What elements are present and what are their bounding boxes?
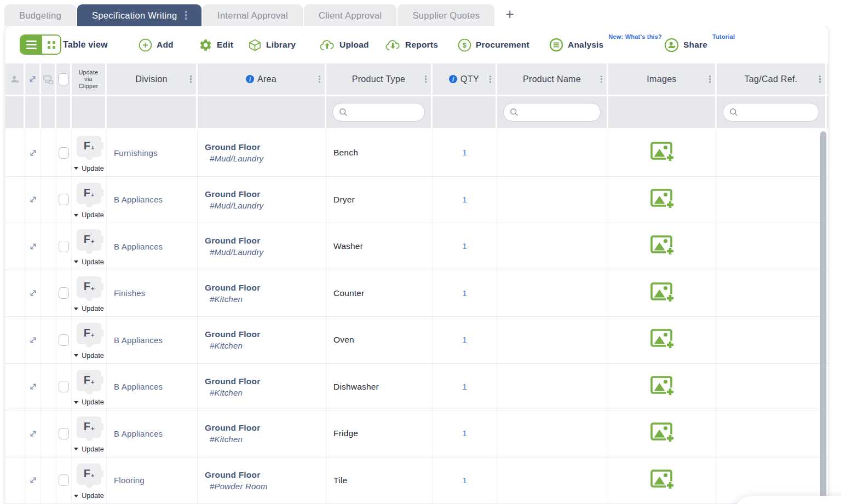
area-cell[interactable]: Ground Floor#Kitchen: [198, 410, 326, 457]
tag-cad-ref-cell[interactable]: [717, 410, 827, 457]
product-name-cell[interactable]: [497, 457, 608, 504]
expand-icon[interactable]: [28, 195, 38, 204]
update-dropdown[interactable]: Update: [74, 211, 103, 219]
update-dropdown[interactable]: Update: [74, 492, 103, 500]
row-checkbox[interactable]: [59, 241, 69, 252]
filter-product-name-input[interactable]: [503, 103, 601, 121]
update-dropdown[interactable]: Update: [74, 398, 103, 406]
tab-client-approval[interactable]: Client Approval: [304, 4, 396, 26]
area-cell[interactable]: Ground Floor#Kitchen: [198, 317, 326, 363]
division-cell[interactable]: B Appliances: [107, 364, 198, 410]
qty-cell[interactable]: 1: [433, 130, 497, 176]
new-tab-button[interactable]: +: [505, 7, 514, 22]
qty-cell[interactable]: 1: [433, 410, 497, 457]
tab-budgeting[interactable]: Budgeting: [4, 4, 76, 26]
expand-icon[interactable]: [28, 288, 38, 298]
share-badge-link[interactable]: Tutorial: [712, 33, 735, 40]
expand-icon[interactable]: [28, 335, 38, 345]
add-image-icon[interactable]: [650, 375, 675, 398]
product-type-cell[interactable]: Washer: [326, 223, 433, 270]
grid-view-icon[interactable]: [42, 36, 60, 54]
update-dropdown[interactable]: Update: [74, 165, 103, 172]
product-type-cell[interactable]: Dryer: [326, 177, 433, 223]
update-dropdown[interactable]: Update: [74, 258, 103, 266]
tag-cad-ref-cell[interactable]: [717, 223, 827, 270]
qty-cell[interactable]: 1: [433, 177, 497, 223]
division-cell[interactable]: B Appliances: [107, 177, 198, 223]
product-type-cell[interactable]: Counter: [326, 270, 433, 317]
info-icon[interactable]: i: [246, 75, 254, 83]
row-checkbox[interactable]: [59, 428, 69, 439]
analysis-badge-link[interactable]: New: What's this?: [608, 33, 662, 40]
column-menu-icon[interactable]: [601, 76, 602, 83]
chat-widget-button[interactable]: [734, 496, 841, 504]
select-all-checkbox[interactable]: [58, 73, 69, 85]
column-menu-icon[interactable]: [319, 76, 320, 83]
qty-cell[interactable]: 1: [433, 270, 497, 317]
tab-internal-approval[interactable]: Internal Approval: [203, 4, 303, 26]
add-button[interactable]: Add: [139, 26, 174, 63]
product-name-cell[interactable]: [497, 410, 608, 457]
division-cell[interactable]: Furnishings: [107, 130, 198, 176]
qty-cell[interactable]: 1: [433, 364, 497, 410]
column-menu-icon[interactable]: [819, 76, 821, 83]
area-cell[interactable]: Ground Floor#Kitchen: [198, 270, 326, 317]
add-image-icon[interactable]: [650, 141, 675, 164]
reports-button[interactable]: Reports: [385, 26, 438, 63]
tag-cad-ref-cell[interactable]: [717, 364, 827, 410]
column-menu-icon[interactable]: [190, 76, 192, 83]
product-type-cell[interactable]: Oven: [326, 317, 433, 363]
tag-cad-ref-cell[interactable]: [717, 317, 827, 363]
product-type-cell[interactable]: Tile: [326, 457, 433, 504]
row-checkbox[interactable]: [59, 381, 69, 392]
expand-icon[interactable]: [28, 382, 38, 391]
tab-specification-writing[interactable]: Specification Writing: [77, 4, 201, 26]
tab-supplier-quotes[interactable]: Supplier Quotes: [398, 4, 494, 26]
tag-cad-ref-cell[interactable]: [717, 177, 827, 223]
upload-button[interactable]: Upload: [319, 26, 369, 63]
expand-icon[interactable]: [28, 242, 38, 251]
vertical-scrollbar[interactable]: [820, 131, 826, 504]
area-cell[interactable]: Ground Floor#Mud/Laundry: [198, 130, 326, 176]
analysis-button[interactable]: AnalysisNew: What's this?: [549, 26, 603, 63]
area-cell[interactable]: Ground Floor#Powder Room: [198, 457, 326, 504]
library-button[interactable]: Library: [248, 26, 296, 63]
tag-cad-ref-cell[interactable]: [717, 270, 827, 317]
division-cell[interactable]: Flooring: [107, 457, 198, 504]
tab-menu-icon[interactable]: [185, 11, 187, 20]
expand-icon[interactable]: [28, 476, 38, 485]
row-checkbox[interactable]: [59, 194, 69, 205]
filter-tag-cad-ref-input[interactable]: [723, 103, 819, 121]
update-dropdown[interactable]: Update: [74, 352, 103, 360]
expand-icon[interactable]: [28, 148, 38, 158]
product-type-cell[interactable]: Bench: [326, 130, 433, 176]
info-icon[interactable]: i: [449, 75, 457, 83]
edit-button[interactable]: Edit: [199, 26, 233, 63]
add-image-icon[interactable]: [650, 188, 675, 211]
add-image-icon[interactable]: [650, 422, 675, 445]
area-cell[interactable]: Ground Floor#Mud/Laundry: [198, 223, 326, 270]
update-dropdown[interactable]: Update: [74, 305, 103, 312]
row-checkbox[interactable]: [59, 287, 69, 299]
product-name-cell[interactable]: [497, 364, 608, 410]
tag-cad-ref-cell[interactable]: [717, 130, 827, 176]
area-cell[interactable]: Ground Floor#Mud/Laundry: [198, 177, 326, 223]
product-name-cell[interactable]: [497, 317, 608, 363]
qty-cell[interactable]: 1: [433, 223, 497, 270]
product-type-cell[interactable]: Fridge: [326, 410, 433, 457]
product-type-cell[interactable]: Dishwasher: [326, 364, 433, 410]
row-checkbox[interactable]: [59, 147, 69, 159]
product-name-cell[interactable]: [497, 130, 608, 176]
qty-cell[interactable]: 1: [433, 317, 497, 363]
row-checkbox[interactable]: [59, 474, 69, 486]
area-cell[interactable]: Ground Floor#Kitchen: [198, 364, 326, 410]
product-name-cell[interactable]: [497, 270, 608, 317]
update-dropdown[interactable]: Update: [74, 445, 103, 453]
qty-cell[interactable]: 1: [433, 457, 497, 504]
column-menu-icon[interactable]: [425, 76, 427, 83]
division-cell[interactable]: B Appliances: [107, 223, 198, 270]
expand-icon[interactable]: [28, 429, 38, 438]
list-view-icon[interactable]: [21, 36, 42, 54]
add-image-icon[interactable]: [650, 469, 675, 492]
column-menu-icon[interactable]: [709, 76, 711, 83]
